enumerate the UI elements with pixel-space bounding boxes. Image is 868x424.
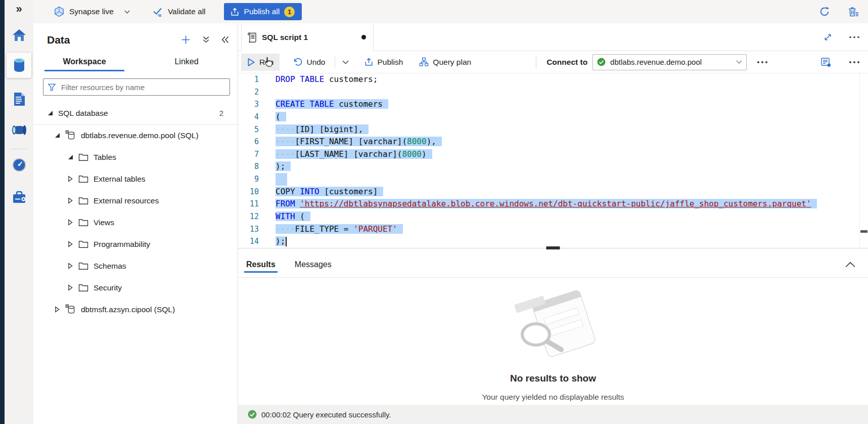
view-settings-button[interactable] [819, 56, 833, 69]
editor-more-button[interactable] [848, 60, 861, 64]
no-results-illustration [508, 285, 599, 362]
double-chevron-down-icon [202, 35, 210, 44]
play-icon [247, 58, 255, 67]
code-line-7[interactable]: 7····[LAST_NAME] [varchar](8000) [238, 148, 868, 161]
run-options-chevron[interactable] [338, 60, 353, 64]
expand-sidebar-button[interactable]: » [5, 2, 33, 16]
results-header: Results Messages [238, 251, 868, 278]
sql-pool-icon [65, 130, 76, 141]
collapsed-triangle-icon[interactable] [67, 197, 73, 204]
collapse-panel-button[interactable] [220, 34, 231, 45]
mode-switcher[interactable]: Synapse live [54, 6, 130, 17]
line-number: 7 [238, 148, 276, 161]
editor-scrollbar[interactable] [859, 73, 868, 248]
main-area: SQL script 1 Run Undo [238, 23, 868, 424]
rail-item-monitor[interactable] [7, 152, 31, 178]
unsaved-changes-dot [361, 35, 366, 39]
tab-messages[interactable]: Messages [293, 251, 334, 277]
collapsed-triangle-icon[interactable] [67, 284, 73, 291]
splitter-handle[interactable] [546, 246, 560, 249]
tree-item-tables[interactable]: Tables [33, 146, 238, 168]
scrollbar-thumb[interactable] [860, 230, 867, 233]
expanded-triangle-icon[interactable] [67, 155, 73, 159]
publish-all-button[interactable]: Publish all 1 [224, 3, 302, 20]
tree-item-label: dbtmsft.azsyn.cipool (SQL) [81, 305, 175, 314]
query-plan-button[interactable]: Query plan [413, 54, 477, 71]
code-line-9[interactable]: 9 [238, 173, 868, 186]
add-resource-button[interactable] [179, 33, 192, 46]
line-number: 1 [238, 73, 276, 86]
refresh-button[interactable] [818, 5, 831, 18]
code-line-3[interactable]: 3CREATE TABLE customers [238, 98, 868, 111]
collapsed-triangle-icon[interactable] [54, 306, 60, 313]
code-line-10[interactable]: 10COPY INTO [customers] [238, 186, 868, 198]
run-button[interactable]: Run [241, 54, 280, 71]
rail-item-develop[interactable] [7, 87, 31, 112]
results-splitter[interactable] [238, 248, 868, 251]
code-line-5[interactable]: 5····[ID] [bigint], [238, 123, 868, 136]
discard-all-button[interactable] [846, 5, 860, 18]
synapse-live-icon [54, 6, 65, 17]
tree-item-dbtmsft-azsyn-cipool-sql-[interactable]: dbtmsft.azsyn.cipool (SQL) [33, 299, 238, 320]
tab-linked[interactable]: Linked [135, 53, 238, 71]
rail-item-home[interactable] [7, 23, 31, 48]
code-line-11[interactable]: 11FROM 'https://dbtlabsynapsedatalake.bl… [238, 198, 868, 210]
connected-check-icon [597, 58, 606, 66]
expand-diagonal-icon [823, 32, 833, 42]
folder-icon [78, 175, 88, 183]
filter-funnel-icon [48, 83, 56, 92]
code-line-13[interactable]: 13····FILE_TYPE = 'PARQUET' [238, 223, 868, 236]
collapsed-triangle-icon[interactable] [67, 263, 73, 269]
filter-input[interactable] [60, 82, 225, 92]
tree-item-dbtlabs-revenue-demo-pool-sql-[interactable]: dbtlabs.revenue.demo.pool (SQL) [33, 124, 238, 146]
rail-item-manage[interactable] [7, 185, 31, 210]
collapsed-triangle-icon[interactable] [67, 241, 73, 247]
undo-button[interactable]: Undo [287, 54, 331, 71]
code-line-12[interactable]: 12WITH ( [238, 210, 868, 223]
tree-item-security[interactable]: Security [33, 277, 238, 299]
toolbar-more-button[interactable] [756, 60, 769, 64]
refresh-icon [819, 6, 830, 17]
tab-workspace[interactable]: Workspace [33, 53, 135, 71]
tree-item-external-resources[interactable]: External resources [33, 190, 238, 211]
collapsed-triangle-icon[interactable] [67, 219, 73, 226]
tree-item-external-tables[interactable]: External tables [33, 168, 238, 190]
collapse-results-button[interactable] [844, 261, 857, 269]
text-cursor [286, 237, 287, 246]
tab-results[interactable]: Results [244, 251, 278, 277]
toolbar-divider [335, 57, 335, 68]
top-command-bar: Synapse live Validate all Publish all 1 [33, 0, 868, 24]
tab-title: SQL script 1 [262, 33, 308, 42]
tree-item-sql-database[interactable]: SQL database2 [33, 102, 238, 124]
tree-item-label: Tables [94, 153, 116, 162]
left-rail: » [5, 0, 33, 424]
chevron-up-icon [845, 262, 856, 268]
tree-item-label: External resources [94, 196, 159, 205]
code-line-6[interactable]: 6····[FIRST_NAME] [varchar](8000), [238, 136, 868, 148]
code-line-2[interactable]: 2 [238, 86, 868, 99]
pipeline-icon [12, 124, 27, 136]
tree-item-views[interactable]: Views [33, 211, 238, 233]
expanded-triangle-icon[interactable] [54, 133, 60, 138]
sql-code-editor[interactable]: 1DROP TABLE customers;23CREATE TABLE cus… [238, 73, 868, 248]
collapse-all-button[interactable] [201, 34, 211, 45]
rail-item-integrate[interactable] [7, 117, 31, 143]
code-line-4[interactable]: 4( [238, 111, 868, 123]
expanded-triangle-icon[interactable] [47, 111, 53, 115]
expand-editor-button[interactable] [822, 31, 834, 43]
line-number: 10 [238, 186, 276, 198]
validate-all-button[interactable]: Validate all [152, 7, 206, 17]
publish-button[interactable]: Publish [358, 54, 409, 71]
connect-to-label: Connect to [546, 58, 587, 67]
rail-item-data[interactable] [7, 53, 31, 78]
collapsed-triangle-icon[interactable] [67, 176, 73, 182]
code-line-8[interactable]: 8); [238, 160, 868, 173]
tree-item-programmability[interactable]: Programmability [33, 233, 238, 255]
tab-more-button[interactable] [848, 35, 861, 39]
tree-item-schemas[interactable]: Schemas [33, 255, 238, 277]
tab-sql-script-1[interactable]: SQL script 1 [241, 23, 374, 51]
double-chevron-left-icon [221, 35, 230, 44]
pool-select-dropdown[interactable]: dbtlabs.revenue.demo.pool [592, 54, 747, 70]
publish-icon [230, 7, 240, 17]
code-line-1[interactable]: 1DROP TABLE customers; [238, 73, 868, 86]
